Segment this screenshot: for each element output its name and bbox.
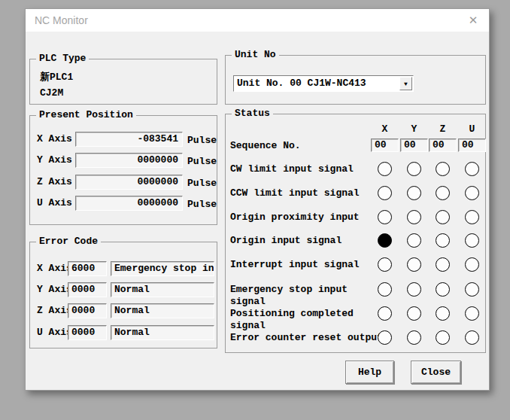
indicator-circle	[407, 210, 421, 224]
axis-label: Z Axis	[37, 175, 72, 190]
indicator-circle	[378, 330, 392, 345]
axis-label: Y Axis	[37, 153, 72, 168]
unit-no-select[interactable]: Unit No. 00 CJ1W-NC413 ▼	[233, 75, 414, 92]
status-row-label: Positioning completed signal	[230, 308, 354, 332]
column-header-y: Y	[400, 123, 428, 135]
unit-label: Pulse	[187, 197, 217, 212]
status-row-label: Error counter reset output	[230, 332, 383, 344]
indicator-circle	[436, 282, 450, 297]
indicator-circle	[407, 233, 421, 248]
indicator-circle	[465, 162, 479, 176]
title-bar[interactable]: NC Monitor ✕	[26, 9, 489, 32]
indicator-circle	[436, 186, 450, 200]
combo-dropdown-button[interactable]: ▼	[399, 77, 412, 90]
indicator-circle	[436, 330, 450, 345]
error-row-x: X Axis 6000 Emergency stop inpu	[30, 261, 217, 276]
position-row-u: U Axis 0000000 Pulse	[30, 196, 217, 211]
indicator-circle	[465, 257, 479, 272]
window-title: NC Monitor	[35, 14, 88, 26]
status-row-label: Interrupt input signal	[230, 259, 360, 271]
error-code-field: 0000	[68, 303, 107, 318]
error-code-field: 6000	[68, 261, 107, 276]
position-value-field: 0000000	[75, 175, 183, 190]
axis-label: Z Axis	[37, 303, 72, 318]
close-button[interactable]: Close	[411, 361, 461, 384]
nc-monitor-dialog: NC Monitor ✕ PLC Type 新PLC1 CJ2M Unit No…	[25, 8, 490, 391]
status-row-label: Emergency stop input signal	[230, 284, 348, 308]
error-desc-field: Normal	[111, 303, 214, 318]
sequence-no-field-u: 00	[458, 138, 486, 152]
indicator-circle	[465, 233, 479, 248]
error-desc-field: Emergency stop inpu	[111, 261, 214, 276]
status-group-label: Status	[232, 108, 273, 119]
error-code-group-label: Error Code	[36, 236, 101, 247]
position-value-field: 0000000	[75, 196, 183, 211]
axis-label: Y Axis	[37, 282, 72, 297]
indicator-circle	[378, 186, 392, 200]
status-row-origin-input: Origin input signal	[226, 233, 485, 248]
indicator-circle	[378, 162, 392, 176]
chevron-down-icon: ▼	[400, 78, 411, 90]
indicator-circle	[436, 233, 450, 248]
status-row-ccw-limit: CCW limit input signal	[226, 186, 485, 201]
indicator-circle	[465, 306, 479, 321]
indicator-circle	[378, 282, 392, 297]
error-row-u: U Axis 0000 Normal	[30, 325, 217, 340]
present-position-group-label: Present Position	[36, 109, 136, 120]
plc-type-group-label: PLC Type	[36, 53, 89, 64]
indicator-circle	[436, 306, 450, 321]
close-icon[interactable]: ✕	[466, 14, 480, 27]
axis-label: X Axis	[37, 261, 72, 276]
indicator-circle	[465, 186, 479, 200]
indicator-circle	[436, 257, 450, 272]
sequence-no-field-x: 00	[371, 138, 399, 152]
unit-label: Pulse	[187, 176, 217, 191]
status-row-label: CW limit input signal	[230, 163, 354, 175]
plc-name-text: 新PLC1	[40, 70, 73, 84]
unit-no-group: Unit No Unit No. 00 CJ1W-NC413 ▼	[225, 55, 486, 105]
indicator-circle	[378, 257, 392, 272]
status-row-positioning-completed: Positioning completed signal	[226, 306, 485, 321]
present-position-group: Present Position X Axis -083541 Pulse Y …	[29, 115, 217, 225]
unit-no-group-label: Unit No	[232, 49, 279, 60]
error-desc-field: Normal	[111, 282, 214, 297]
indicator-circle	[465, 282, 479, 297]
status-group: Status X Y Z U Sequence No. 00 00 00 00 …	[225, 114, 486, 353]
indicator-circle	[407, 306, 421, 321]
unit-label: Pulse	[187, 133, 217, 148]
indicator-circle	[407, 282, 421, 297]
column-header-z: Z	[429, 123, 457, 135]
status-row-interrupt-input: Interrupt input signal	[226, 257, 485, 272]
position-value-field: -083541	[75, 132, 183, 147]
status-row-emergency-stop: Emergency stop input signal	[226, 282, 485, 297]
unit-label: Pulse	[187, 154, 217, 169]
indicator-circle	[436, 210, 450, 224]
plc-model-text: CJ2M	[40, 87, 63, 99]
indicator-circle	[378, 210, 392, 224]
sequence-no-field-y: 00	[400, 138, 428, 152]
status-row-origin-proximity: Origin proximity input	[226, 210, 485, 225]
indicator-circle	[407, 257, 421, 272]
indicator-circle	[465, 330, 479, 345]
axis-label: X Axis	[37, 132, 72, 147]
position-row-y: Y Axis 0000000 Pulse	[30, 153, 217, 168]
error-desc-field: Normal	[111, 325, 214, 340]
indicator-circle	[378, 306, 392, 321]
column-header-x: X	[371, 123, 399, 135]
position-row-z: Z Axis 0000000 Pulse	[30, 175, 217, 190]
plc-type-group: PLC Type 新PLC1 CJ2M	[29, 59, 217, 105]
help-button[interactable]: Help	[345, 361, 394, 384]
indicator-circle	[436, 162, 450, 176]
error-row-y: Y Axis 0000 Normal	[30, 282, 217, 297]
indicator-circle	[378, 233, 392, 248]
sequence-no-field-z: 00	[429, 138, 457, 152]
error-code-group: Error Code X Axis 6000 Emergency stop in…	[29, 242, 217, 348]
indicator-circle	[465, 210, 479, 224]
status-row-label: CCW limit input signal	[230, 187, 360, 199]
error-row-z: Z Axis 0000 Normal	[30, 303, 217, 318]
error-code-field: 0000	[68, 325, 107, 340]
status-row-cw-limit: CW limit input signal	[226, 162, 485, 177]
column-header-u: U	[458, 123, 486, 135]
unit-no-selected-value: Unit No. 00 CJ1W-NC413	[237, 78, 366, 89]
sequence-no-label: Sequence No.	[230, 139, 301, 153]
